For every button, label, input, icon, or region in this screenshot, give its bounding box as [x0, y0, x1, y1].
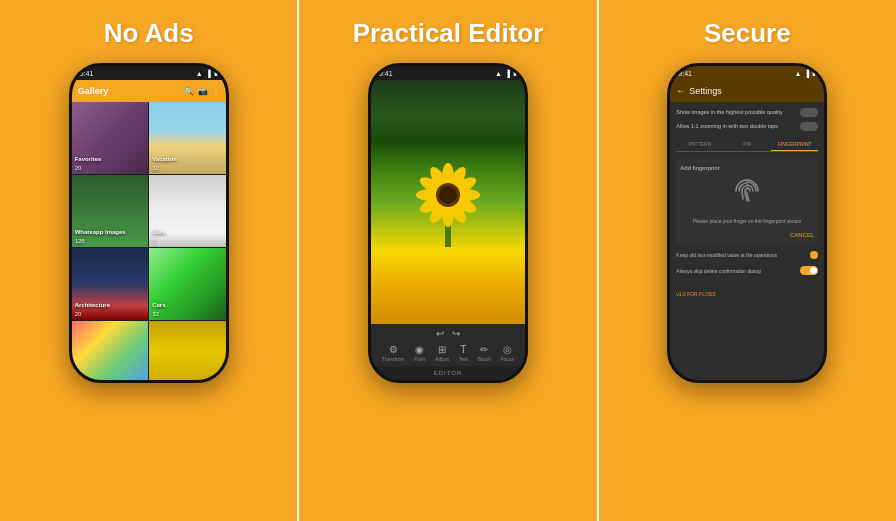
transform-icon: ⚙: [389, 344, 398, 355]
tab-pin[interactable]: PIN: [724, 138, 771, 151]
gallery-item-favorites[interactable]: Favorites 20: [72, 102, 149, 174]
filter-label: Filter: [414, 356, 425, 362]
status-bar-gallery: 9:41 ▲ ▐ ▮: [72, 66, 226, 80]
gallery-item-name: Cars: [152, 302, 165, 308]
status-time: 9:41: [80, 70, 94, 77]
settings-app-bar: ← Settings: [670, 80, 824, 102]
status-bar-settings: 9:41 ▲ ▐ ▮: [670, 66, 824, 80]
phone-editor: 9:41 ▲ ▐ ▮: [368, 63, 528, 383]
editor-tool-adjust[interactable]: ⊞ Adjust: [435, 344, 449, 362]
security-tabs: PATTERN PIN FINGERPRINT: [676, 138, 818, 152]
dot-indicator-1: [810, 251, 818, 259]
gallery-item-count: 7: [152, 238, 155, 244]
panel-practical-editor: Practical Editor 9:41 ▲ ▐ ▮: [299, 0, 596, 521]
editor-tool-transform[interactable]: ⚙ Transform: [382, 344, 405, 362]
editor-toolbar: ⚙ Transform ◉ Filter ⊞ Adjust T Text: [377, 342, 519, 364]
battery-icon-editor: ▮: [513, 69, 517, 77]
panel-title-no-ads: No Ads: [104, 18, 194, 49]
back-icon[interactable]: ←: [676, 86, 685, 96]
adjust-icon: ⊞: [438, 344, 446, 355]
sunflower-image: [413, 157, 483, 247]
gallery-app-title: Gallery: [78, 86, 184, 96]
signal-icon: ▐: [206, 70, 211, 77]
wifi-icon-settings: ▲: [794, 70, 801, 77]
editor-bottom-bar: EDITOR: [371, 366, 525, 380]
toggle-quality[interactable]: [800, 108, 818, 117]
wifi-icon-editor: ▲: [495, 70, 502, 77]
brush-label: Brush: [478, 356, 491, 362]
phone-settings: 9:41 ▲ ▐ ▮ ← Settings Show images in the…: [667, 63, 827, 383]
gallery-item-cars[interactable]: Cars 32: [149, 248, 226, 320]
editor-bottom-label: EDITOR: [434, 370, 463, 376]
panel-title-secure: Secure: [704, 18, 791, 49]
gallery-item-name: Favorites: [75, 156, 102, 162]
battery-icon-settings: ▮: [812, 69, 816, 77]
add-fingerprint-label: Add fingerprint: [680, 165, 719, 171]
settings-row-zoom-text: Allow 1:1 zooming in with two double tap…: [676, 123, 778, 130]
settings-footer-text1: Keep old last-modified value at file ope…: [676, 252, 777, 258]
text-label: Text: [459, 356, 468, 362]
search-icon[interactable]: 🔍: [184, 87, 194, 96]
phone-gallery: 9:41 ▲ ▐ ▮ Gallery 🔍 📷 ⋮: [69, 63, 229, 383]
undo-redo-bar: ↩ ↪: [377, 328, 519, 339]
settings-body: Show images in the highest possible qual…: [670, 102, 824, 380]
editor-controls: ↩ ↪ ⚙ Transform ◉ Filter ⊞ Adjust: [371, 324, 525, 366]
settings-footer-row2: Always skip delete confirmation dialog: [676, 266, 818, 275]
signal-icon-settings: ▐: [804, 70, 809, 77]
text-icon: T: [460, 344, 466, 355]
panel-secure: Secure 9:41 ▲ ▐ ▮ ← Settings Show: [599, 0, 896, 521]
adjust-label: Adjust: [435, 356, 449, 362]
gallery-item-name: Whatsapp Images: [75, 229, 126, 235]
redo-icon[interactable]: ↪: [452, 328, 460, 339]
gallery-item-7[interactable]: [72, 321, 149, 380]
tab-fingerprint[interactable]: FINGERPRINT: [771, 138, 818, 151]
status-bar-editor: 9:41 ▲ ▐ ▮: [371, 66, 525, 80]
cancel-button[interactable]: CANCEL: [790, 232, 814, 238]
settings-footer-text2: Always skip delete confirmation dialog: [676, 268, 761, 274]
version-label: v1.0 FOR FLOSS: [676, 291, 715, 297]
gallery-item-name: Vacation: [152, 156, 177, 162]
editor-tool-text[interactable]: T Text: [459, 344, 468, 362]
camera-icon[interactable]: 📷: [198, 87, 208, 96]
signal-icon-editor: ▐: [505, 70, 510, 77]
gallery-item-count: 128: [75, 238, 85, 244]
settings-row-quality-text: Show images in the highest possible qual…: [676, 109, 782, 116]
gallery-item-vacation[interactable]: Vacation 32: [149, 102, 226, 174]
gallery-item-8[interactable]: [149, 321, 226, 380]
editor-tool-focus[interactable]: ◎ Focus: [500, 344, 514, 362]
svg-point-14: [439, 186, 457, 204]
transform-label: Transform: [382, 356, 405, 362]
focus-label: Focus: [500, 356, 514, 362]
gallery-item-architecture[interactable]: Architecture 20: [72, 248, 149, 320]
fingerprint-section: Add fingerprint: [676, 159, 818, 244]
editor-tool-brush[interactable]: ✏ Brush: [478, 344, 491, 362]
gallery-item-count: 32: [152, 165, 159, 171]
toggle-zoom[interactable]: [800, 122, 818, 131]
editor-tool-filter[interactable]: ◉ Filter: [414, 344, 425, 362]
battery-icon: ▮: [214, 69, 218, 77]
brush-icon: ✏: [480, 344, 488, 355]
wifi-icon: ▲: [196, 70, 203, 77]
gallery-item-count: 20: [75, 311, 82, 317]
gallery-item-name: Architecture: [75, 302, 110, 308]
gallery-item-whatsapp[interactable]: Whatsapp Images 128: [72, 175, 149, 247]
tab-pattern[interactable]: PATTERN: [676, 138, 723, 151]
gallery-item-name: Cats: [152, 229, 165, 235]
toggle-skip-delete[interactable]: [800, 266, 818, 275]
panel-title-editor: Practical Editor: [353, 18, 544, 49]
editor-image-area: [371, 80, 525, 324]
more-icon[interactable]: ⋮: [212, 87, 220, 96]
undo-icon[interactable]: ↩: [436, 328, 444, 339]
gallery-item-count: 32: [152, 311, 159, 317]
fingerprint-hint-text: Please place your finger on the fingerpr…: [693, 218, 802, 224]
settings-row-zoom: Allow 1:1 zooming in with two double tap…: [676, 122, 818, 131]
fingerprint-icon: [733, 177, 761, 212]
panel-no-ads: No Ads 9:41 ▲ ▐ ▮ Gallery 🔍 📷 ⋮: [0, 0, 297, 521]
focus-icon: ◎: [503, 344, 512, 355]
settings-app-title: Settings: [689, 86, 722, 96]
gallery-item-cats[interactable]: Cats 7: [149, 175, 226, 247]
filter-icon: ◉: [415, 344, 424, 355]
settings-footer-row1: Keep old last-modified value at file ope…: [676, 251, 818, 259]
gallery-item-count: 20: [75, 165, 82, 171]
status-time-editor: 9:41: [379, 70, 393, 77]
